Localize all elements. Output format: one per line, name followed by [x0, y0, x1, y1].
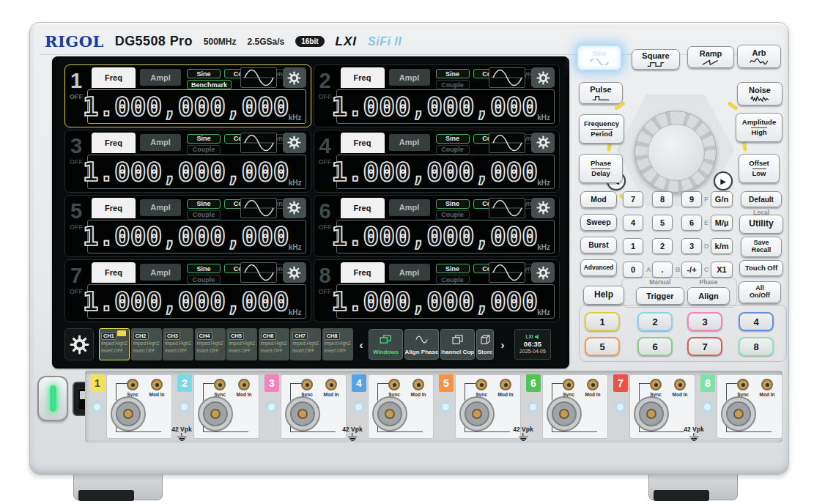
- scroll-right-chevron-icon[interactable]: ›: [497, 338, 508, 351]
- output-bnc-connector[interactable]: [721, 396, 756, 431]
- channel-tile-ch6[interactable]: CH6 Imped:HighZ Invert:OFF: [259, 328, 289, 360]
- channel-tile-ch5[interactable]: CH5 Imped:HighZ Invert:OFF: [226, 328, 257, 360]
- system-settings-gear-icon[interactable]: [64, 328, 94, 360]
- sweep-button[interactable]: Sweep: [580, 214, 617, 231]
- noise-button[interactable]: Noise: [737, 82, 782, 105]
- key-9[interactable]: 9: [681, 191, 702, 207]
- channel-panel-5[interactable]: 5 OFF Freq Ampl Sine Cont Sync Couple 1.…: [64, 195, 311, 258]
- trigger-button[interactable]: Trigger: [636, 287, 684, 305]
- value-display[interactable]: 1.000,000,000 kHz: [336, 89, 555, 124]
- channel-panel-7[interactable]: 7 OFF Freq Ampl Sine Cont Sync Couple 1.…: [64, 259, 311, 322]
- align-phase-button[interactable]: Align Phase: [404, 329, 439, 360]
- key-6[interactable]: 6: [681, 215, 702, 231]
- scroll-left-chevron-icon[interactable]: ‹: [356, 338, 366, 351]
- key-7[interactable]: 7: [623, 191, 643, 207]
- touch-off-button[interactable]: Touch Off: [739, 260, 783, 276]
- channel-copy-button[interactable]: Channel Copy: [440, 329, 475, 360]
- channel-panel-1[interactable]: 1 OFF Freq Ampl Sine Cont Sync Benchmark…: [64, 64, 311, 127]
- channel-key-6[interactable]: 6: [637, 337, 673, 356]
- key-4[interactable]: 4: [623, 215, 643, 231]
- channel-key-7[interactable]: 7: [687, 337, 722, 356]
- key-2[interactable]: 2: [652, 238, 673, 254]
- pulse-button[interactable]: Pulse: [579, 82, 623, 104]
- ampl-tab[interactable]: Ampl: [389, 199, 430, 216]
- value-display[interactable]: 1.000,000,000 kHz: [87, 284, 306, 319]
- key-0[interactable]: 0: [623, 262, 643, 278]
- sync-out-connector[interactable]: [301, 379, 313, 390]
- ampl-tab[interactable]: Ampl: [140, 134, 181, 151]
- channel-tile-ch4[interactable]: CH4 Imped:HighZ Invert:OFF: [195, 328, 226, 360]
- output-bnc-connector[interactable]: [547, 396, 582, 431]
- channel-settings-gear-icon[interactable]: [531, 262, 555, 283]
- key-sign[interactable]: -/+: [681, 262, 702, 278]
- freq-tab[interactable]: Freq: [92, 67, 136, 88]
- touch-screen[interactable]: 1 OFF Freq Ampl Sine Cont Sync Benchmark…: [58, 61, 563, 364]
- channel-settings-gear-icon[interactable]: [531, 133, 555, 153]
- ampl-tab[interactable]: Ampl: [389, 134, 430, 151]
- mod-in-connector[interactable]: [151, 379, 163, 390]
- sync-out-connector[interactable]: [127, 379, 138, 390]
- mod-in-connector[interactable]: [325, 379, 337, 390]
- all-on-off-button[interactable]: All On/Off: [739, 281, 781, 303]
- burst-button[interactable]: Burst: [580, 237, 617, 253]
- freq-tab[interactable]: Freq: [341, 67, 385, 88]
- channel-panel-4[interactable]: 4 OFF Freq Ampl Sine Cont Sync Couple 1.…: [314, 130, 560, 193]
- channel-settings-gear-icon[interactable]: [283, 133, 306, 153]
- value-display[interactable]: 1.000,000,000 kHz: [336, 284, 555, 319]
- key-5[interactable]: 5: [652, 215, 673, 231]
- channel-panel-6[interactable]: 6 OFF Freq Ampl Sine Cont Sync Couple 1.…: [314, 195, 560, 258]
- channel-settings-gear-icon[interactable]: [283, 262, 306, 283]
- channel-key-4[interactable]: 4: [739, 312, 774, 331]
- key-g-n[interactable]: G/n: [711, 191, 733, 207]
- channel-key-5[interactable]: 5: [585, 337, 620, 356]
- key-k-m[interactable]: k/m: [711, 238, 733, 254]
- freq-tab[interactable]: Freq: [92, 198, 136, 218]
- frequency-period-button[interactable]: FrequencyPeriod: [579, 114, 624, 144]
- windows-button[interactable]: Windows: [369, 329, 403, 360]
- ampl-tab[interactable]: Ampl: [140, 69, 181, 86]
- channel-key-3[interactable]: 3: [687, 312, 722, 331]
- channel-panel-8[interactable]: 8 OFF Freq Ampl Sine Cont Sync Couple 1.…: [314, 259, 560, 322]
- output-bnc-connector[interactable]: [372, 396, 407, 431]
- offset-low-button[interactable]: OffsetLow: [739, 154, 780, 183]
- freq-tab[interactable]: Freq: [341, 198, 385, 218]
- key-m-µ[interactable]: M/µ: [711, 215, 733, 231]
- freq-tab[interactable]: Freq: [341, 262, 385, 283]
- freq-tab[interactable]: Freq: [92, 133, 136, 153]
- help-button[interactable]: Help: [583, 286, 624, 305]
- freq-tab[interactable]: Freq: [92, 262, 136, 283]
- output-bnc-connector[interactable]: [285, 396, 320, 431]
- mod-in-connector[interactable]: [238, 379, 250, 390]
- mod-in-connector[interactable]: [500, 379, 511, 390]
- channel-key-8[interactable]: 8: [739, 337, 774, 356]
- channel-tile-ch2[interactable]: CH2 Imped:HighZ Invert:OFF: [131, 328, 162, 360]
- channel-tile-ch3[interactable]: CH3 Imped:HighZ Invert:OFF: [163, 328, 193, 360]
- square-button[interactable]: Square: [632, 49, 680, 70]
- ampl-tab[interactable]: Ampl: [140, 264, 181, 281]
- key-1[interactable]: 1: [623, 238, 643, 254]
- sync-out-connector[interactable]: [388, 379, 400, 390]
- save-recall-button[interactable]: Save Recall: [741, 237, 782, 257]
- freq-tab[interactable]: Freq: [341, 133, 385, 153]
- output-bnc-connector[interactable]: [198, 396, 233, 431]
- key-3[interactable]: 3: [681, 238, 702, 254]
- sine-button[interactable]: Sine: [577, 45, 621, 70]
- phase-delay-button[interactable]: PhaseDelay: [579, 154, 623, 183]
- output-bnc-connector[interactable]: [634, 396, 669, 431]
- mod-in-connector[interactable]: [761, 379, 773, 390]
- ampl-tab[interactable]: Ampl: [389, 264, 430, 281]
- mod-in-connector[interactable]: [587, 379, 599, 390]
- mod-button[interactable]: Mod: [580, 191, 617, 208]
- key-dot[interactable]: .: [652, 262, 673, 278]
- key-8[interactable]: 8: [652, 191, 673, 207]
- output-bnc-connector[interactable]: [459, 396, 495, 431]
- mod-in-connector[interactable]: [674, 379, 686, 390]
- channel-settings-gear-icon[interactable]: [283, 198, 306, 218]
- rotary-knob[interactable]: [634, 111, 717, 193]
- channel-tile-ch7[interactable]: CH7 Imped:HighZ Invert:OFF: [290, 328, 321, 360]
- value-display[interactable]: 1.000,000,000 kHz: [87, 89, 306, 124]
- channel-settings-gear-icon[interactable]: [531, 198, 555, 218]
- channel-tile-ch1[interactable]: CH1 Imped:HighZ Invert:OFF: [99, 328, 130, 360]
- power-button[interactable]: [37, 376, 68, 421]
- value-display[interactable]: 1.000,000,000 kHz: [87, 155, 306, 189]
